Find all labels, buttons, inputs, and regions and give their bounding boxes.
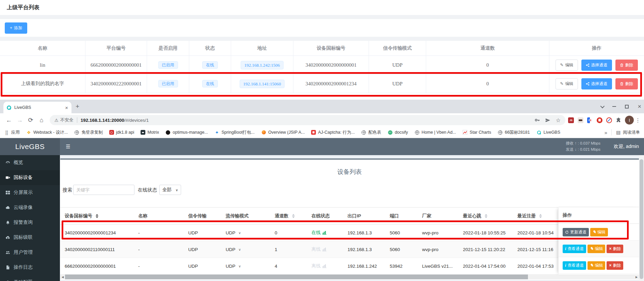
profile-avatar[interactable]: I xyxy=(625,116,634,125)
stream-mode-select[interactable]: UDP∨ xyxy=(226,264,275,269)
device-port: 5060 xyxy=(390,230,422,235)
incognito-mask-extension-icon[interactable] xyxy=(578,117,583,123)
sidebar-item-overview[interactable]: 概览 xyxy=(0,155,60,170)
adblock-hand-extension-icon[interactable] xyxy=(597,117,602,123)
welcome-user[interactable]: 欢迎, admin xyxy=(614,138,639,155)
header-channels[interactable]: 通道数 xyxy=(275,213,311,219)
device-name: - xyxy=(138,230,188,235)
blocker-extension-icon[interactable] xyxy=(606,117,612,123)
edit-button[interactable]: ✎编辑 xyxy=(556,60,578,71)
sidebar-item-gb-cascade[interactable]: 国标级联 xyxy=(0,230,60,245)
bookmark-gb28181[interactable]: 66国标28181 xyxy=(498,130,530,135)
bookmark-webstack[interactable]: ❖Webstack - 设计... xyxy=(26,130,68,135)
bookmark-vben-home[interactable]: Home | Vben Ad... xyxy=(415,130,456,135)
sidebar-item-basic-config[interactable]: 基础配置 xyxy=(0,275,60,281)
delete-button[interactable]: ×删除 xyxy=(607,261,623,270)
horizontal-scrollbar[interactable]: ◀ ▶ xyxy=(60,275,639,279)
sidebar-item-cloud-recording[interactable]: 云端录像 xyxy=(0,200,60,215)
extensions-puzzle-icon[interactable] xyxy=(616,117,622,123)
online-status-select[interactable]: 全部 ∨ xyxy=(159,185,181,195)
scroll-right-arrow-icon[interactable]: ▶ xyxy=(634,275,639,279)
edit-button[interactable]: ✎编辑 xyxy=(587,261,605,270)
stream-mode-select[interactable]: UDP∨ xyxy=(226,230,275,235)
reload-icon[interactable]: ⟳ xyxy=(25,116,36,124)
delete-button[interactable]: 删除 xyxy=(615,60,638,71)
app-brand[interactable]: LiveGBS xyxy=(0,138,60,155)
header-heartbeat[interactable]: 最近心跳 xyxy=(463,213,517,219)
js-extension-icon[interactable]: JS xyxy=(568,117,574,123)
browser-menu-icon[interactable]: ⋮ xyxy=(635,117,641,123)
delete-button[interactable]: 删除 xyxy=(615,78,638,89)
delete-button[interactable]: ×删除 xyxy=(607,245,623,253)
bookmark-star-icon[interactable]: ☆ xyxy=(556,117,561,123)
browser-tab[interactable]: LiveGBS × xyxy=(3,102,71,113)
device-port: 53942 xyxy=(390,264,422,269)
device-vendor: wvp-pro xyxy=(422,247,463,252)
bookmark-apps[interactable]: ⣿应用 xyxy=(4,130,20,135)
address-bar[interactable]: ⚠ 不安全 192.168.1.141:20000 /#/devices/1 ☆ xyxy=(50,115,565,125)
header-online-status: 在线状态 xyxy=(311,213,348,219)
close-window-button[interactable]: × xyxy=(638,103,641,110)
globe-icon xyxy=(415,130,420,135)
bookmark-optimus-manage[interactable]: optimus-manage... xyxy=(165,130,208,135)
sidebar-toggle-icon[interactable]: ☰ xyxy=(60,138,76,155)
tab-search-chevron-icon[interactable] xyxy=(600,104,605,108)
new-tab-button[interactable]: + xyxy=(76,103,79,110)
view-channels-button[interactable]: i查看通道 xyxy=(563,261,586,270)
bookmark-overview-jsip[interactable]: Overview (JSIP A... xyxy=(261,130,305,135)
scroll-left-arrow-icon[interactable]: ◀ xyxy=(60,275,65,279)
sidebar-item-alarm-query[interactable]: 报警查询 xyxy=(0,215,60,230)
stream-mode-select[interactable]: UDP∨ xyxy=(226,247,275,252)
livegbs-app: LiveGBS ☰ 接收 ↑ : 0.037 Mbps 发送 ↓ : 0.021… xyxy=(0,138,644,281)
bookmark-aj-captcha[interactable]: AJ-Captcha: 行为... xyxy=(311,130,355,135)
sort-icon xyxy=(539,214,542,218)
users-icon xyxy=(5,250,10,255)
bookmark-nologin-copy[interactable]: 免登录复制 xyxy=(74,130,103,135)
bookmarks-overflow-chevrons[interactable]: » xyxy=(605,130,607,135)
view-channels-button[interactable]: i查看通道 xyxy=(563,245,586,253)
bookmark-docsify[interactable]: docsify xyxy=(388,130,408,135)
minimize-button[interactable] xyxy=(612,106,616,107)
bookmark-livegbs[interactable]: LiveGBS xyxy=(536,130,560,135)
channel-count: 0 xyxy=(426,56,549,74)
sidebar-item-user-management[interactable]: 用户管理 xyxy=(0,245,60,260)
forward-icon[interactable]: → xyxy=(14,117,25,124)
add-platform-button[interactable]: + 添加 xyxy=(5,22,27,34)
edit-button[interactable]: ✎编辑 xyxy=(556,78,578,89)
vertical-scrollbar[interactable] xyxy=(639,155,644,281)
fe-extension-icon[interactable]: FE xyxy=(587,117,593,123)
select-channels-button[interactable]: 选择通道 xyxy=(581,60,612,71)
sidebar-item-split-screen[interactable]: 分屏展示 xyxy=(0,185,60,200)
home-icon[interactable]: ⌂ xyxy=(36,117,47,124)
password-key-icon[interactable] xyxy=(534,117,540,123)
bookmark-jdk-api[interactable]: jdk1.8 api xyxy=(109,130,134,135)
bookmark-springboot[interactable]: ✦SpringBoot打包... xyxy=(214,130,255,135)
reading-list-icon: ▤ xyxy=(616,130,621,135)
status-badge: 在线 xyxy=(202,61,218,69)
sidebar-item-operation-log[interactable]: 操作日志 xyxy=(0,260,60,275)
platform-id: 34020000002220000001 xyxy=(85,75,147,93)
pencil-icon: ✎ xyxy=(560,81,563,86)
sort-icon xyxy=(96,214,98,218)
tab-close-icon[interactable]: × xyxy=(65,105,68,111)
sidebar-item-gb-devices[interactable]: 国标设备 xyxy=(0,170,60,185)
back-icon[interactable]: ← xyxy=(3,117,14,124)
bar-chart-icon[interactable] xyxy=(322,231,327,235)
header-ip: 出口IP xyxy=(348,213,390,219)
search-input[interactable] xyxy=(73,185,134,195)
device-name: - xyxy=(138,247,188,252)
bookmark-star-charts[interactable]: Star Charts xyxy=(463,130,491,135)
header-device-id[interactable]: 设备国标编号 xyxy=(65,213,138,219)
bookmark-motrix[interactable]: Motrix xyxy=(141,130,159,135)
webstack-icon: ❖ xyxy=(26,130,31,135)
select-channels-button[interactable]: 选择通道 xyxy=(581,78,612,89)
maximize-button[interactable] xyxy=(625,105,629,109)
scrollbar-thumb[interactable] xyxy=(640,159,643,279)
edit-button[interactable]: ✎编辑 xyxy=(587,245,605,253)
bookmark-color-table[interactable]: 配色表 xyxy=(361,130,381,135)
edit-button[interactable]: ✎编辑 xyxy=(590,228,608,236)
scrollbar-thumb[interactable] xyxy=(65,275,528,279)
reading-list-button[interactable]: ▤阅读清单 xyxy=(616,130,640,135)
update-channels-button[interactable]: 更新通道 xyxy=(563,228,589,236)
send-icon[interactable] xyxy=(545,118,550,123)
